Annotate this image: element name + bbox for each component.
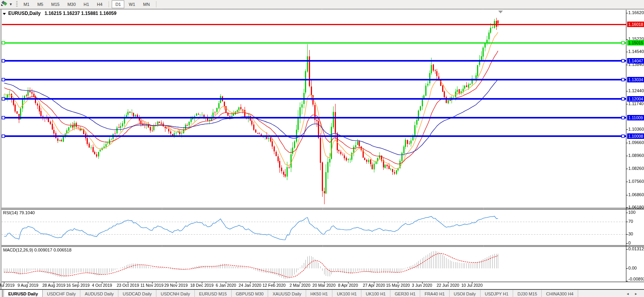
toolbar-separator	[109, 1, 109, 7]
price-axis-label: 1.06860	[628, 192, 644, 197]
rsi-axis-label: 0	[628, 241, 631, 245]
price-badge: 1.10008	[627, 133, 644, 139]
timeframe-button-h4[interactable]: H4	[93, 0, 106, 8]
macd-axis-label: 0.013121	[628, 246, 644, 251]
price-axis-label: 1.14540	[628, 49, 644, 54]
price-badge: 1.13034	[627, 77, 644, 82]
bottom-tab-fra40-h1[interactable]: FRA40 H1	[420, 290, 449, 297]
rsi-axis-label: 70	[628, 219, 633, 224]
date-axis-label: 10 Jul 2020	[454, 283, 490, 288]
bottom-tab-gbpusd-m30[interactable]: GBPUSD M30	[232, 290, 268, 297]
tab-scroll-right-icon[interactable]: ▸	[632, 292, 640, 296]
chart-title: EURUSD,Daily 1.16215 1.16237 1.15881 1.1…	[2, 11, 116, 16]
price-axis-label: 1.06180	[628, 205, 644, 210]
chart-menu-arrow-icon	[3, 13, 6, 15]
macd-axis-label: -0.008933	[628, 277, 644, 281]
price-axis-label: 1.10360	[628, 127, 644, 131]
bottom-tab-eurusd-m15[interactable]: EURUSD M15	[195, 290, 232, 297]
timeframe-button-d1[interactable]: D1	[112, 0, 124, 8]
chart-title-symbol: EURUSD,Daily	[8, 11, 41, 16]
price-axis-label: 1.16620	[628, 10, 644, 15]
timeframe-button-m1[interactable]: M1	[20, 0, 33, 8]
bottom-tab-ger30-h1[interactable]: GER30 H1	[390, 290, 420, 297]
bottom-tab-usdcnh-daily[interactable]: USDCNH Daily	[156, 290, 195, 297]
chart-style-button[interactable]: ▼	[0, 1, 14, 8]
window-edge	[0, 290, 3, 297]
tab-bar: EURUSD DailyUSDCHF DailyAUDUSD DailyUSDC…	[0, 290, 644, 297]
application: ▼ M1M5M15M30H1H4D1W1MN EURUSD,Daily 1.16…	[0, 0, 644, 297]
bottom-tab-uk100-h1[interactable]: UK100 H1	[332, 290, 361, 297]
bottom-tab-usdjpy-h1[interactable]: USDJPY H1	[481, 290, 513, 297]
timeframe-button-w1[interactable]: W1	[125, 0, 139, 8]
macd-axis-label: 0.00	[628, 266, 637, 270]
toolbar-grip	[16, 1, 18, 7]
bottom-tab-hk50-h1[interactable]: HK50 H1	[306, 290, 333, 297]
price-badge: 1.11009	[627, 115, 644, 120]
timeframe-button-m15[interactable]: M15	[47, 0, 63, 8]
macd-label: MACD(12,26,9) 0.009017 0.006518	[3, 248, 71, 252]
bottom-tab-eurusd-daily[interactable]: EURUSD Daily	[4, 290, 43, 297]
price-axis-label: 1.11740	[628, 101, 644, 106]
timeframe-button-mn[interactable]: MN	[140, 0, 153, 8]
timeframe-button-m30[interactable]: M30	[64, 0, 79, 8]
timeframe-button-m5[interactable]: M5	[34, 0, 47, 8]
price-badge: 1.14047	[627, 58, 644, 64]
tabs-holder: EURUSD DailyUSDCHF DailyAUDUSD DailyUSDC…	[4, 290, 578, 297]
bottom-tab-usdchf-daily[interactable]: USDCHF Daily	[43, 290, 80, 297]
rsi-axis-label: 100	[628, 210, 635, 215]
bottom-tab-usoil-daily[interactable]: USOil Daily	[450, 290, 481, 297]
price-badge: 1.15015	[627, 40, 644, 46]
caret-down-icon: ▼	[9, 2, 13, 6]
rsi-axis-label: 30	[628, 231, 633, 236]
timeframe-group: M1M5M15M30H1H4D1W1MN	[20, 0, 154, 8]
chart-canvas[interactable]	[0, 0, 644, 297]
bottom-tab-uk100-h1[interactable]: UK100 H1	[361, 290, 390, 297]
tab-scroll-left-icon[interactable]: ◂	[624, 292, 632, 296]
bottom-tab-dj30-m15[interactable]: DJ30 M15	[513, 290, 542, 297]
price-axis-label: 1.07560	[628, 179, 644, 184]
price-axis-label: 1.12440	[628, 88, 644, 93]
chart-style-icon	[1, 1, 8, 8]
tab-scrollers: ◂ ▸	[624, 290, 644, 297]
bottom-tab-china300-h4[interactable]: CHINA300 H4	[542, 290, 578, 297]
bottom-tab-usdcad-daily[interactable]: USDCAD Daily	[118, 290, 156, 297]
price-badge: 1.16018	[627, 22, 644, 27]
price-axis-label: 1.09660	[628, 140, 644, 145]
toolbar-separator	[156, 1, 156, 7]
chart-title-ohlc: 1.16215 1.16237 1.15881 1.16059	[45, 11, 117, 16]
rsi-label: RSI(14) 79.1040	[3, 210, 35, 215]
bottom-tab-xauusd-daily[interactable]: XAUUSD Daily	[268, 290, 306, 297]
top-toolbar: ▼ M1M5M15M30H1H4D1W1MN	[0, 0, 644, 9]
timeframe-button-h1[interactable]: H1	[80, 0, 93, 8]
price-badge: 1.12004	[627, 96, 644, 102]
bottom-tab-audusd-daily[interactable]: AUDUSD Daily	[80, 290, 118, 297]
price-axis-label: 1.08960	[628, 153, 644, 158]
price-axis-label: 1.08260	[628, 166, 644, 171]
